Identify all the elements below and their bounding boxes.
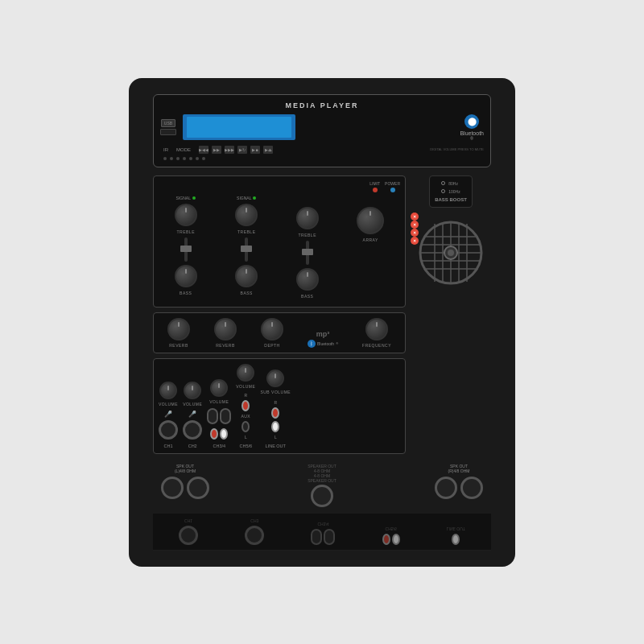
spk-right-label: SPK OUT(R)4/8 OHM <box>448 464 470 473</box>
mp3-bt-text: Bluetooth <box>317 341 334 346</box>
reverb-knob-2[interactable] <box>214 318 237 341</box>
reflection-channels: CH1 CH3 CH3/4 CH5/6 <box>158 518 486 545</box>
ref-ch1-jack <box>179 526 198 545</box>
lo-l-label: L <box>275 435 277 440</box>
line-out-strip: SUB VOLUME R L LINE OUT <box>260 369 291 448</box>
spk-right-jack-1 <box>435 477 457 499</box>
ch34-rca-l <box>220 428 228 440</box>
power-led <box>390 188 395 192</box>
ch34-rca-r <box>210 428 218 440</box>
frequency-strip: FREQUENCY <box>362 318 391 348</box>
treble-knob-1[interactable] <box>175 204 197 226</box>
boost-100hz-label: 100Hz <box>448 189 460 194</box>
reverb-section: REVERB REVERB DEPTH mp³ ᛒ <box>153 312 406 353</box>
limit-led <box>373 188 378 192</box>
boost-80hz-dot[interactable] <box>441 181 445 185</box>
indicator-dot-7 <box>202 157 205 160</box>
indicator-dot-6 <box>196 157 199 160</box>
prev-button[interactable]: ◀◀ <box>199 146 208 154</box>
ref-ch34-label: CH3/4 <box>317 522 328 526</box>
speaker-out-center: SPEAKER OUT4-8 OHM4-8 OHMSPEAKER OUT <box>308 464 336 483</box>
right-panel: 80Hz 100Hz BASS BOOST ✕ ✕ ✕ ✕ <box>411 175 491 454</box>
ch56-vol-knob[interactable] <box>237 364 254 382</box>
sub-vol-knob[interactable] <box>266 369 284 387</box>
lcd-display <box>183 114 295 140</box>
limit-power-row: LIMIT POWER <box>159 181 400 192</box>
ch34-strip: VOLUME CH3/4 <box>207 379 231 448</box>
ch1-strip: VOLUME 🎤 CH1 <box>159 382 178 448</box>
boost-100hz: 100Hz <box>441 189 460 194</box>
eq-channel-2: SIGNAL TREBLE BASS <box>235 196 258 299</box>
reverb-knob-1[interactable] <box>167 318 190 341</box>
ref-lineout: LINE OUT <box>447 526 465 545</box>
limit-indicator: LIMIT <box>369 181 380 192</box>
usb-slot[interactable] <box>160 129 176 135</box>
media-player-section: MEDIA PLAYER USB ⬤ Bluetooth ® <box>153 94 491 167</box>
center-spk-label: SPEAKER OUT4-8 OHM4-8 OHMSPEAKER OUT <box>308 464 336 507</box>
boost-100hz-dot[interactable] <box>441 189 445 193</box>
indicator-dot-5 <box>189 157 192 160</box>
depth-knob-strip: DEPTH <box>261 318 283 348</box>
main-panel: MEDIA PLAYER USB ⬤ Bluetooth ® <box>129 78 515 567</box>
stop-button[interactable]: ■ <box>250 146 260 154</box>
media-top-row: USB ⬤ Bluetooth ® <box>160 114 484 141</box>
eq-channel-3: TREBLE BASS <box>296 196 319 299</box>
digital-volume-label: DIGITAL VOLUME PRESS TO MUTE <box>430 147 484 151</box>
ref-ch2-jack <box>245 526 264 545</box>
r-label: R <box>245 393 248 398</box>
ch34-vol-knob[interactable] <box>210 379 228 397</box>
bass-knob-1[interactable] <box>175 265 197 287</box>
corner-x-bl: ✕ <box>411 229 419 237</box>
corner-x-tr: ✕ <box>411 221 419 229</box>
depth-knob[interactable] <box>261 318 283 341</box>
eq-section: LIMIT POWER SIGNAL <box>153 175 406 308</box>
treble-knob-3[interactable] <box>296 207 319 229</box>
spk-center-jack <box>311 485 333 507</box>
dot-indicators <box>160 157 484 160</box>
frequency-knob[interactable] <box>365 318 388 341</box>
ir-label: IR <box>163 147 168 152</box>
fader-1[interactable] <box>184 237 188 262</box>
ref-ch56: CH5/6 <box>382 526 400 545</box>
array-channel: ARRAY <box>357 196 384 299</box>
reverb-1: REVERB <box>167 318 190 348</box>
ch2-xlr-jack <box>183 420 202 440</box>
next-button[interactable]: ▶▶ <box>225 146 234 154</box>
bass-knob-2[interactable] <box>235 265 258 287</box>
fader-2[interactable] <box>245 237 248 262</box>
boost-80hz: 80Hz <box>441 181 460 186</box>
ch1-xlr-jack <box>159 420 178 440</box>
bluetooth-label: Bluetooth <box>460 130 484 136</box>
play-button[interactable]: ▶ <box>212 146 221 154</box>
ref-ch34-ts <box>311 529 322 545</box>
repeat-button[interactable]: ↻ <box>237 146 247 154</box>
corner-x-br: ✕ <box>411 237 419 245</box>
fan-body <box>419 221 483 285</box>
signal-2: SIGNAL <box>237 196 256 200</box>
eject-button[interactable]: ⏏ <box>263 146 273 154</box>
mode-label: MODE <box>176 147 191 152</box>
treble-knob-2[interactable] <box>235 204 258 226</box>
array-knob[interactable] <box>357 207 384 234</box>
spk-left-jack-2 <box>187 477 209 499</box>
ch2-icon: 🎤 <box>188 411 196 418</box>
lo-r-label: R <box>274 400 277 405</box>
ref-lo-l <box>452 534 460 545</box>
bass-knob-3[interactable] <box>296 268 319 291</box>
ch1-vol-knob[interactable] <box>159 382 177 399</box>
eq-channels: SIGNAL TREBLE BASS <box>159 196 400 299</box>
signal-led-2 <box>253 196 256 200</box>
usb-icon: USB <box>164 121 172 126</box>
signal-led-1 <box>192 196 196 200</box>
channels-section: VOLUME 🎤 CH1 VOLUME 🎤 <box>153 358 406 454</box>
mp3-bt-icon: ᛒ <box>308 340 316 348</box>
ch56-rca-l <box>242 421 250 432</box>
indicator-dot-1 <box>163 157 167 160</box>
ch56-rca-r <box>242 400 250 411</box>
ch2-vol-knob[interactable] <box>184 382 201 399</box>
reflection-section: CH1 CH3 CH3/4 CH5/6 <box>153 514 491 551</box>
fader-3[interactable] <box>306 241 309 265</box>
reverb-2: REVERB <box>214 318 237 348</box>
fan-svg <box>419 221 483 285</box>
eq-channel-1: SIGNAL TREBLE BASS <box>175 196 197 299</box>
